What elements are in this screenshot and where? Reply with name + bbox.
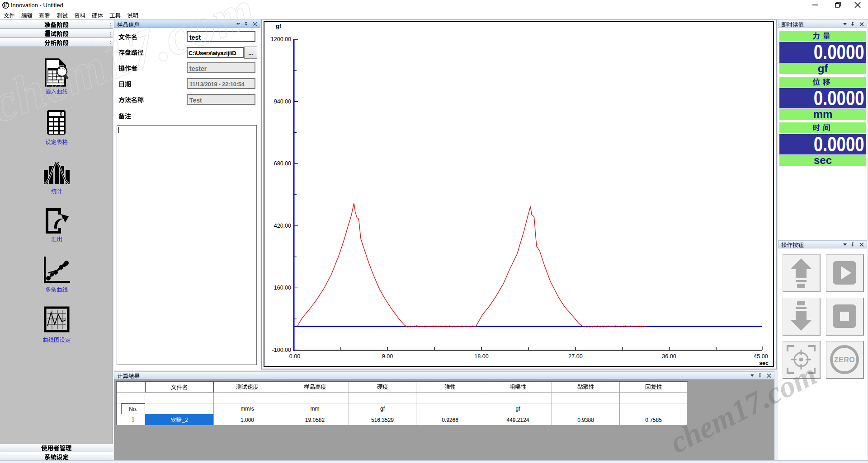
svg-text:gf: gf [276, 23, 282, 29]
svg-text:1200.00: 1200.00 [271, 36, 291, 42]
svg-text:0: 0 [60, 111, 62, 117]
svg-text:420.00: 420.00 [274, 223, 291, 229]
svg-text:36.00: 36.00 [662, 353, 676, 360]
svg-text:-100.00: -100.00 [272, 347, 291, 353]
svg-text:9.00: 9.00 [382, 353, 393, 360]
svg-text:680.00: 680.00 [274, 160, 291, 167]
svg-text:45.00: 45.00 [754, 353, 768, 360]
svg-text:27.00: 27.00 [568, 353, 582, 360]
svg-text:sec: sec [759, 360, 769, 366]
svg-text:ZERO: ZERO [834, 356, 855, 364]
svg-text:160.00: 160.00 [274, 285, 291, 291]
svg-text:940.00: 940.00 [274, 98, 291, 105]
svg-text:0.00: 0.00 [289, 353, 300, 360]
svg-text:18.00: 18.00 [474, 353, 488, 360]
